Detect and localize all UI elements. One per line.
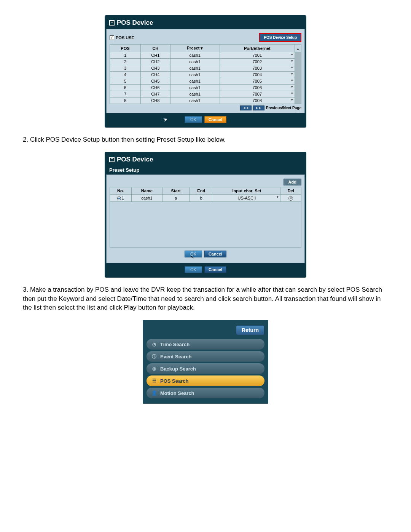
step-2-text: 2. Click POS Device Setup button then se… <box>23 135 388 144</box>
pos-use-text: POS USE <box>116 35 134 40</box>
table-row: 8CH8cash17008 <box>110 97 301 104</box>
inner-footer: OK Cancel ↖ <box>110 248 301 260</box>
row-charset[interactable]: US-ASCII <box>213 194 280 201</box>
pos-table: POS CH Preset ▾ Port/Ethernet ▲ 1CH1cash… <box>110 44 301 104</box>
pos-device-window-2: POS Device Preset Setup Add No. Name Sta… <box>105 152 306 278</box>
cancel-button[interactable]: Cancel <box>204 116 226 123</box>
row-end[interactable]: b <box>190 194 213 201</box>
backup-search-item[interactable]: ◎ Backup Search <box>147 363 264 374</box>
time-search-item[interactable]: ◔ Time Search <box>147 339 264 350</box>
pager-label: Previous/Next Page <box>266 106 301 110</box>
window-body: Add No. Name Start End Input char. Set D… <box>106 174 305 263</box>
disk-icon: ◎ <box>151 366 157 372</box>
row-del[interactable]: ✕ <box>280 194 301 201</box>
window-title-bar: POS Device <box>106 153 305 166</box>
col-no: No. <box>110 187 132 194</box>
item-label: Backup Search <box>160 366 196 372</box>
table-row: 1CH1cash17001 <box>110 52 301 59</box>
info-icon: ⓘ <box>151 353 157 359</box>
ok-button[interactable]: OK <box>185 116 202 123</box>
preset-setup-subheader: Preset Setup <box>106 166 305 174</box>
row-start[interactable]: a <box>162 194 190 201</box>
col-preset[interactable]: Preset ▾ <box>170 45 220 52</box>
next-page-button[interactable]: ►► <box>253 105 264 110</box>
motion-search-item[interactable]: 👤 Motion Search <box>147 388 264 398</box>
clock-icon: ◔ <box>151 341 157 347</box>
prev-page-button[interactable]: ◄◄ <box>240 105 252 110</box>
person-icon: 👤 <box>151 390 157 396</box>
col-port: Port/Ethernet <box>220 45 295 52</box>
pager: ◄◄ ►► Previous/Next Page <box>110 105 301 110</box>
col-charset: Input char. Set <box>213 187 280 194</box>
scrollbar-track[interactable] <box>295 52 301 104</box>
col-start: Start <box>162 187 190 194</box>
top-row: ✓ POS USE POS Device Setup <box>110 33 301 42</box>
window-footer: OK Cancel <box>106 263 305 276</box>
list-icon: ☰ <box>151 378 157 384</box>
cursor-icon: ➤ <box>162 115 169 123</box>
window-body: ✓ POS USE POS Device Setup POS CH Preset… <box>106 29 305 113</box>
col-pos: POS <box>110 45 141 52</box>
add-row: Add <box>110 179 301 185</box>
event-search-item[interactable]: ⓘ Event Search <box>147 351 264 362</box>
pos-use-checkbox-label[interactable]: ✓ POS USE <box>110 35 134 40</box>
table-row: 2CH2cash17002 <box>110 59 301 65</box>
inner-cancel-button[interactable]: Cancel <box>204 251 226 257</box>
add-button[interactable]: Add <box>284 179 301 185</box>
window-footer: ➤ OK Cancel <box>106 113 305 126</box>
pos-device-setup-button[interactable]: POS Device Setup <box>259 33 301 42</box>
step-3-text: 3. Make a transaction by POS and leave t… <box>23 285 388 312</box>
row-no[interactable]: 1 <box>110 194 132 201</box>
window-title: POS Device <box>117 156 153 163</box>
pos-device-window-1: POS Device ✓ POS USE POS Device Setup PO… <box>105 15 306 128</box>
table-row: 4CH4cash17004 <box>110 72 301 78</box>
col-ch: CH <box>140 45 170 52</box>
checkbox-icon: ✓ <box>110 35 114 40</box>
col-name: Name <box>131 187 162 194</box>
window-icon <box>109 20 115 26</box>
item-label: Event Search <box>160 354 191 359</box>
scroll-up[interactable]: ▲ <box>295 45 301 52</box>
pos-table-body: 1CH1cash17001 2CH2cash17002 3CH3cash1700… <box>110 52 301 104</box>
item-label: Time Search <box>160 342 190 347</box>
return-button[interactable]: Return <box>236 325 264 335</box>
preset-table: No. Name Start End Input char. Set Del 1… <box>110 187 301 202</box>
row-name[interactable]: cash1 <box>131 194 162 201</box>
delete-icon: ✕ <box>288 196 293 201</box>
item-label: POS Search <box>160 378 188 384</box>
table-row: 3CH3cash17003 <box>110 65 301 72</box>
table-row: 6CH6cash17006 <box>110 85 301 91</box>
table-row: 7CH7cash17007 <box>110 91 301 97</box>
window-title: POS Device <box>117 19 153 27</box>
col-del: Del <box>280 187 301 194</box>
item-label: Motion Search <box>160 390 194 396</box>
col-end: End <box>190 187 213 194</box>
table-row: 1 cash1 a b US-ASCII ✕ <box>110 194 301 201</box>
preset-empty-area <box>110 202 301 248</box>
ok-button[interactable]: OK <box>185 266 202 273</box>
table-row: 5CH5cash17005 <box>110 78 301 85</box>
radio-icon <box>117 197 121 200</box>
window-icon <box>109 157 115 162</box>
cancel-button[interactable]: Cancel <box>204 266 226 273</box>
window-title-bar: POS Device <box>106 17 305 29</box>
pos-search-item[interactable]: ☰ POS Search <box>147 375 264 386</box>
search-menu-panel: Return ◔ Time Search ⓘ Event Search ◎ Ba… <box>143 320 268 404</box>
